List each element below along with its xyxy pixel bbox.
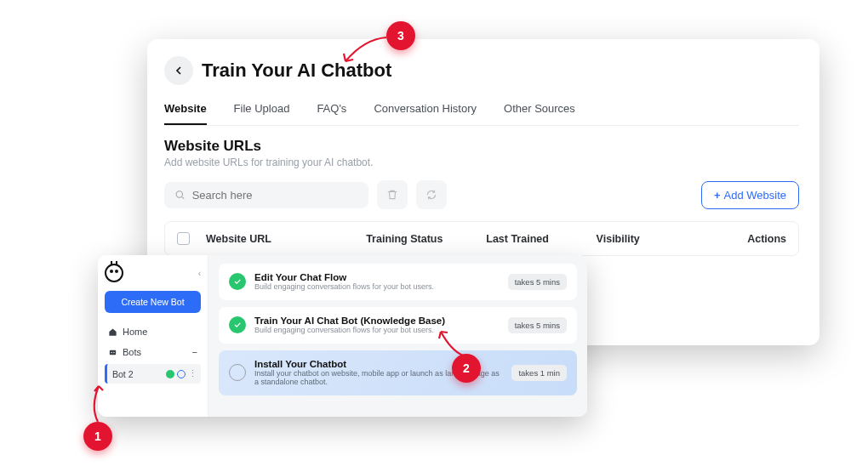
col-last-trained: Last Trained (486, 233, 596, 245)
collapse-sidebar-button[interactable]: ‹ (198, 269, 201, 278)
step-edit-chat-flow[interactable]: Edit Your Chat Flow Build engaging conve… (219, 264, 577, 300)
nav-home[interactable]: Home (105, 321, 201, 342)
section-subtitle: Add website URLs for training your AI ch… (164, 156, 799, 168)
step-title: Edit Your Chat Flow (254, 272, 500, 282)
home-icon (108, 327, 117, 337)
tab-faqs[interactable]: FAQ's (317, 97, 346, 125)
col-training-status: Training Status (366, 233, 486, 245)
delete-button[interactable] (377, 180, 408, 209)
tab-conversation-history[interactable]: Conversation History (374, 97, 477, 125)
bot-more-button[interactable]: ⋮ (188, 368, 197, 379)
time-badge: takes 1 min (511, 365, 567, 381)
search-box[interactable] (164, 182, 368, 208)
arrow-left-icon (172, 64, 186, 77)
trash-icon (386, 189, 398, 201)
step-install-chatbot[interactable]: Install Your Chatbot Install your chatbo… (219, 350, 577, 396)
search-icon (174, 189, 186, 201)
nav-home-label: Home (123, 327, 147, 337)
refresh-icon (425, 189, 437, 201)
col-website-url: Website URL (206, 233, 366, 245)
toolbar: +Add Website (164, 180, 799, 209)
refresh-button[interactable] (416, 180, 447, 209)
annotation-badge-2: 2 (452, 354, 481, 383)
minus-icon: − (192, 347, 197, 357)
step-done-icon (229, 273, 246, 290)
app-logo-icon (105, 264, 123, 282)
select-all-checkbox[interactable] (177, 232, 190, 245)
tab-website[interactable]: Website (164, 97, 207, 125)
step-title: Train Your AI Chat Bot (Knowledge Base) (254, 316, 500, 326)
sidebar-bot-item[interactable]: Bot 2 ⋮ (105, 364, 201, 384)
annotation-badge-3: 3 (386, 21, 415, 50)
nav-bots[interactable]: Bots − (105, 342, 201, 362)
add-website-button[interactable]: +Add Website (701, 181, 799, 209)
svg-point-3 (113, 351, 114, 352)
search-input[interactable] (192, 189, 358, 202)
annotation-arrow-1-icon (85, 381, 111, 424)
svg-rect-1 (110, 350, 116, 355)
status-active-icon (166, 370, 174, 378)
tab-other-sources[interactable]: Other Sources (504, 97, 575, 125)
svg-point-0 (176, 191, 182, 197)
onboarding-steps-list: Edit Your Chat Flow Build engaging conve… (208, 255, 587, 417)
bot-name-label: Bot 2 (112, 369, 134, 379)
add-website-label: Add Website (724, 189, 786, 202)
step-done-icon (229, 316, 246, 333)
back-button[interactable] (164, 56, 193, 85)
panel-header: Train Your AI Chatbot (164, 56, 799, 85)
annotation-arrow-3-icon (339, 36, 390, 70)
bots-icon (108, 348, 117, 357)
col-actions: Actions (696, 233, 786, 245)
annotation-badge-1: 1 (83, 422, 112, 451)
sidebar: ‹ Create New Bot Home Bots − Bot 2 ⋮ (98, 255, 208, 417)
nav-bots-label: Bots (123, 347, 141, 357)
step-pending-icon (229, 364, 246, 381)
globe-icon (177, 370, 186, 378)
section-title: Website URLs (164, 138, 799, 155)
table-header: Website URL Training Status Last Trained… (164, 221, 799, 256)
tab-file-upload[interactable]: File Upload (234, 97, 290, 125)
col-visibility: Visibility (597, 233, 697, 245)
time-badge: takes 5 mins (508, 274, 567, 290)
time-badge: takes 5 mins (508, 317, 567, 333)
create-new-bot-button[interactable]: Create New Bot (105, 291, 201, 313)
step-subtitle: Build engaging conversation flows for yo… (254, 282, 500, 292)
step-train-ai-chatbot[interactable]: Train Your AI Chat Bot (Knowledge Base) … (219, 307, 577, 344)
check-icon (233, 277, 242, 286)
check-icon (233, 321, 242, 329)
onboarding-overlay-panel: ‹ Create New Bot Home Bots − Bot 2 ⋮ (98, 255, 587, 417)
svg-point-2 (111, 351, 111, 352)
tabs-bar: Website File Upload FAQ's Conversation H… (164, 97, 799, 126)
